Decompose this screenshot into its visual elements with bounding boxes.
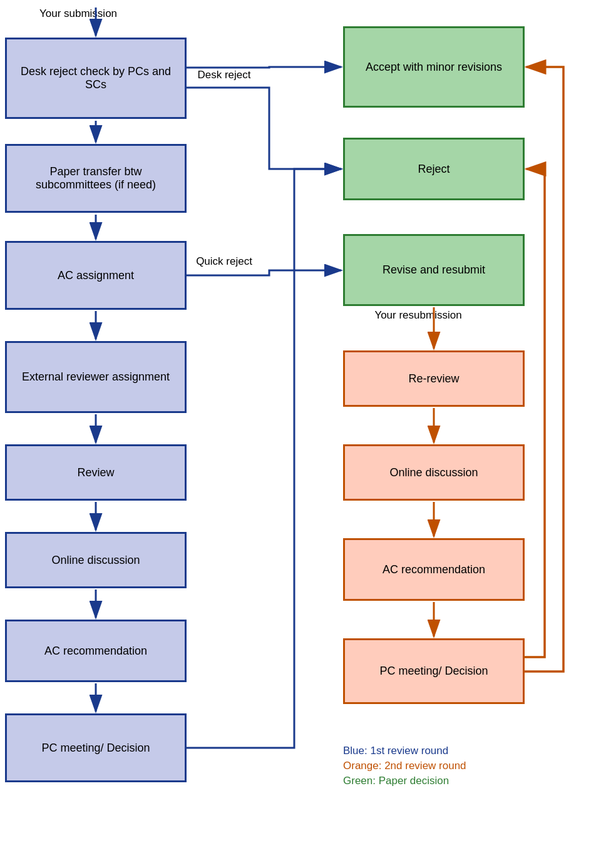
submission-label: Your submission [16, 8, 141, 20]
legend-blue: Blue: 1st review round [343, 745, 466, 757]
pc-meeting2-box: PC meeting/ Decision [343, 638, 525, 704]
revise-resubmit-box: Revise and resubmit [343, 234, 525, 306]
pc-meeting-box: PC meeting/ Decision [5, 713, 187, 782]
your-resubmission-label: Your resubmission [374, 309, 462, 322]
desk-reject-box: Desk reject check by PCs and SCs [5, 38, 187, 119]
ac-recommendation2-box: AC recommendation [343, 538, 525, 601]
reject-box: Reject [343, 138, 525, 200]
ac-recommendation-box: AC recommendation [5, 620, 187, 682]
re-review-box: Re-review [343, 350, 525, 407]
legend-orange: Orange: 2nd review round [343, 760, 466, 772]
external-reviewer-box: External reviewer assignment [5, 341, 187, 413]
accept-minor-box: Accept with minor revisions [343, 26, 525, 108]
legend: Blue: 1st review round Orange: 2nd revie… [343, 745, 466, 787]
online-discussion2-box: Online discussion [343, 444, 525, 501]
ac-assignment-box: AC assignment [5, 241, 187, 310]
legend-green: Green: Paper decision [343, 775, 466, 787]
review-box: Review [5, 444, 187, 501]
quick-reject-label: Quick reject [193, 255, 255, 268]
online-discussion-box: Online discussion [5, 532, 187, 588]
paper-transfer-box: Paper transfer btw subcommittees (if nee… [5, 144, 187, 213]
desk-reject-label: Desk reject [193, 69, 255, 81]
